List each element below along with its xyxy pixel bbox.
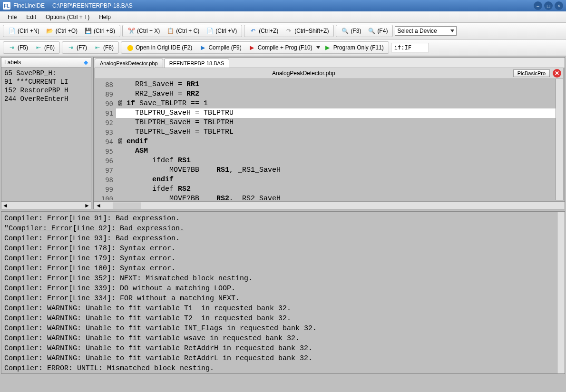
paste-button[interactable]: 📄(Ctrl +V) (203, 26, 240, 36)
output-line[interactable]: Compiler: WARNING: Unable to fit variabl… (4, 304, 562, 314)
editor-close-button[interactable]: ✕ (553, 69, 561, 78)
editor-hscroll[interactable]: ◄ (94, 201, 565, 209)
output-line[interactable]: "Compiler: Error[Line 92]: Bad expressio… (4, 224, 562, 234)
compile-prog-button[interactable]: ▶Compile + Prog (F10) (245, 43, 315, 52)
output-line[interactable]: Compiler: WARNING: Unable to fit variabl… (4, 314, 562, 323)
menu-file[interactable]: File (3, 13, 21, 21)
output-line[interactable]: Compiler: Error[Line 334]: FOR without a… (4, 294, 562, 304)
cut-button[interactable]: ✂️(Ctrl + X) (125, 26, 163, 36)
redo-icon: ↷ (285, 27, 293, 35)
label-item[interactable]: 244 OverReEnterH (4, 95, 88, 103)
code-line[interactable]: RR2_SaveH = RR2 (116, 89, 556, 99)
editor-header: AnalogPeakDetector.pbp PicBasicPro ✕ (95, 68, 564, 79)
play-blue-icon: ▶ (199, 44, 206, 51)
code-line[interactable]: @ if Save_TBLPTR == 1 (116, 99, 556, 108)
menu-options[interactable]: Options (Ctrl + T) (41, 13, 94, 21)
outdent-icon: ⇤ (35, 44, 42, 51)
undo-button[interactable]: ↶(Ctrl+Z) (246, 26, 281, 36)
code-line[interactable]: MOVE?BB RS2, RS2 SaveH (116, 194, 556, 200)
code-line[interactable]: ifdef RS2 (116, 185, 556, 194)
open-orig-ide-button[interactable]: ⬤Open in Origi IDE (F2) (123, 43, 195, 52)
outdent-f8-button[interactable]: ⇤(F8) (91, 43, 117, 52)
output-line[interactable]: Compiler: Error[Line 352]: NEXT: Mismatc… (4, 274, 562, 284)
editor-filename: AnalogPeakDetector.pbp (95, 69, 512, 78)
if-field[interactable]: if:IF (391, 43, 429, 52)
output-line[interactable]: Compiler: Error[Line 178]: Syntax error. (4, 244, 562, 254)
menu-edit[interactable]: Edit (21, 13, 41, 21)
output-line[interactable]: Compiler: Error[Line 339]: DO without a … (4, 284, 562, 294)
code-line[interactable]: MOVE?BB RS1, _RS1_SaveH (116, 166, 556, 175)
code-line[interactable]: RR1_SaveH = RR1 (116, 80, 556, 89)
search-next-icon: 🔍 (368, 27, 375, 35)
outdent-icon: ⇤ (94, 44, 101, 51)
output-vscroll[interactable] (557, 212, 565, 373)
app-name: FineLineIDE (13, 2, 45, 9)
label-item[interactable]: 152 RestorePBP_H (4, 87, 88, 94)
open-button[interactable]: 📂(Ctrl +O) (43, 26, 80, 36)
close-button[interactable]: × (555, 1, 563, 10)
menu-help[interactable]: Help (94, 13, 116, 21)
tab-analog[interactable]: AnalogPeakDetector.pbp (95, 59, 163, 68)
output-line[interactable]: Compiler: WARNING: Unable to fit variabl… (4, 333, 562, 343)
paste-icon: 📄 (206, 27, 214, 35)
labels-panel: Labels ◆ 65 SavePBP_H:91 ***CURRENT LI15… (1, 57, 91, 209)
save-button[interactable]: 💾(Ctrl +S) (81, 26, 118, 36)
findnext-button[interactable]: 🔍(F4) (365, 26, 390, 36)
output-line[interactable]: Compiler: WARNING: Unable to fit variabl… (4, 343, 562, 353)
titlebar: FL FineLineIDE C:\PBP\REENTERPBP-18.BAS … (0, 0, 566, 11)
code-line[interactable]: TBLPTRL_SaveH = TBLPTRL (116, 127, 556, 137)
code-line[interactable]: TBLPTRU_SaveH = TBLPTRU (116, 108, 556, 118)
code-line[interactable]: TBLPTRH_SaveH = TBLPTRH (116, 118, 556, 127)
indent-icon: ⇥ (67, 44, 75, 51)
copy-button[interactable]: 📋(Ctrl + C) (164, 26, 202, 36)
search-icon: 🔍 (341, 27, 349, 35)
circle-yellow-icon: ⬤ (126, 44, 134, 51)
undo-icon: ↶ (249, 27, 257, 35)
output-line[interactable]: Compiler: WARNING: Unable to fit variabl… (4, 323, 562, 333)
copy-icon: 📋 (166, 27, 174, 35)
device-select[interactable]: Select a Device (395, 26, 457, 36)
new-button[interactable]: 📄(Ctrl +N) (5, 26, 42, 36)
output-line[interactable]: Compiler: Error[Line 179]: Syntax error. (4, 254, 562, 264)
label-item[interactable]: 91 ***CURRENT LI (4, 78, 88, 86)
sidebar-hscroll[interactable]: ◄► (1, 201, 91, 209)
toolbar-row-2: ⇥(F5) ⇤(F6) ⇥(F7) ⇤(F8) ⬤Open in Origi I… (0, 39, 566, 56)
output-line[interactable]: Compiler: ERROR: UNTIL: Mismatched block… (4, 363, 562, 373)
minimize-button[interactable]: – (534, 1, 542, 10)
tab-reenter[interactable]: REENTERPBP-18.BAS (164, 59, 230, 68)
line-gutter: 888990919293949596979899100 (95, 79, 116, 200)
lang-badge: PicBasicPro (513, 69, 550, 77)
output-line[interactable]: Compiler: WARNING: Unable to fit variabl… (4, 353, 562, 363)
dropdown-icon[interactable] (316, 46, 320, 49)
cut-icon: ✂️ (127, 27, 135, 35)
play-green-icon: ▶ (324, 44, 332, 51)
output-line[interactable]: Compiler: Error[Line 91]: Bad expression… (4, 214, 562, 224)
indent-icon: ⇥ (8, 44, 16, 51)
code-line[interactable]: ifdef RS1 (116, 156, 556, 166)
label-item[interactable]: 65 SavePBP_H: (4, 69, 88, 77)
new-file-icon: 📄 (8, 27, 16, 35)
indent-f7-button[interactable]: ⇥(F7) (64, 43, 90, 52)
indent-f5-button[interactable]: ⇥(F5) (5, 43, 31, 52)
labels-header[interactable]: Labels ◆ (1, 58, 91, 68)
output-line[interactable]: Compiler: Error[Line 180]: Syntax error. (4, 264, 562, 274)
code-line[interactable]: @ endif (116, 137, 556, 147)
editor-vscroll[interactable] (556, 79, 563, 200)
outdent-f6-button[interactable]: ⇤(F6) (32, 43, 58, 52)
file-path: C:\PBP\REENTERPBP-18.BAS (52, 2, 133, 9)
code-body[interactable]: RR1_SaveH = RR1 RR2_SaveH = RR2@ if Save… (116, 79, 556, 200)
code-line[interactable]: ASM (116, 147, 556, 156)
find-button[interactable]: 🔍(F3) (338, 26, 364, 36)
output-panel[interactable]: Compiler: Error[Line 91]: Bad expression… (1, 211, 565, 374)
program-only-button[interactable]: ▶Program Only (F11) (321, 43, 387, 52)
editor-area: AnalogPeakDetector.pbp REENTERPBP-18.BAS… (93, 57, 565, 209)
maximize-button[interactable]: ◻ (544, 1, 553, 10)
output-line[interactable]: Compiler: Error[Line 93]: Bad expression… (4, 234, 562, 244)
compile-button[interactable]: ▶Compile (F9) (196, 43, 244, 52)
tab-bar: AnalogPeakDetector.pbp REENTERPBP-18.BAS (94, 58, 565, 68)
code-line[interactable]: endif (116, 175, 556, 185)
toolbar-row-1: 📄(Ctrl +N) 📂(Ctrl +O) 💾(Ctrl +S) ✂️(Ctrl… (0, 23, 566, 39)
save-icon: 💾 (84, 27, 92, 35)
redo-button[interactable]: ↷(Ctrl+Shift+Z) (282, 26, 332, 36)
workspace: Labels ◆ 65 SavePBP_H:91 ***CURRENT LI15… (0, 56, 566, 210)
